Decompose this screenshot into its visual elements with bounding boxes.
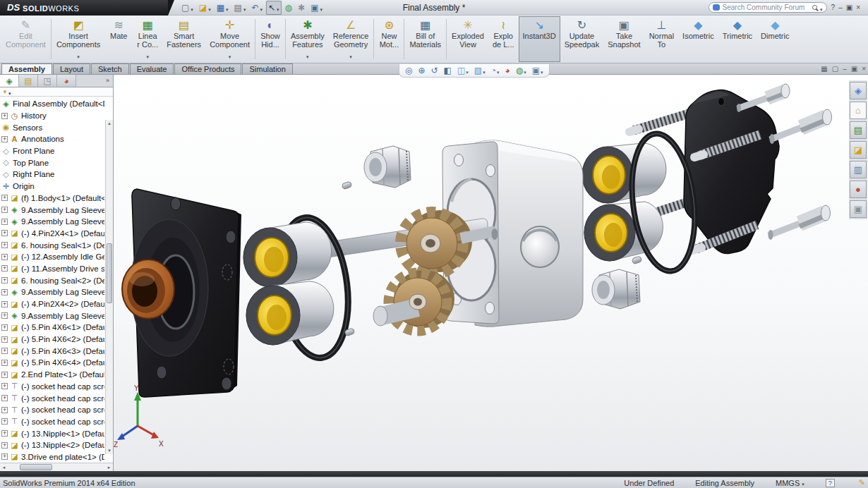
doc-close-button[interactable]: × [862, 65, 866, 73]
dropdown-caret[interactable] [207, 1, 211, 14]
tree-item[interactable]: ◪ (-) 5.Pin 4X6<3> (Defaul [1, 345, 104, 357]
ribbon-button[interactable]: ⊥ Normal To [645, 16, 678, 62]
hex-nipple-right[interactable] [592, 269, 640, 309]
ribbon-button[interactable]: ✎ Edit Component [1, 16, 50, 62]
displaymanager-tab[interactable]: ◕ [57, 75, 76, 87]
expand-toggle[interactable] [1, 219, 8, 225]
expand-toggle[interactable] [1, 395, 8, 401]
expand-toggle[interactable] [1, 301, 8, 307]
expand-toggle[interactable] [1, 372, 8, 378]
ribbon-button[interactable]: ↻ Update Speedpak [560, 16, 604, 62]
select-button[interactable]: ↖ [266, 1, 282, 15]
dropdown-caret[interactable] [541, 64, 543, 77]
view-palette-tab[interactable]: ▥ [850, 161, 867, 178]
expand-toggle[interactable] [1, 453, 8, 460]
tree-item[interactable]: A Annotations [1, 133, 104, 145]
dropdown-caret[interactable] [275, 1, 279, 14]
expand-toggle[interactable] [1, 324, 8, 331]
tree-horizontal-scrollbar[interactable]: ◂ ▸ [0, 463, 113, 471]
tree-item[interactable]: ✛ Origin [1, 181, 104, 193]
front-cover-plate[interactable] [122, 189, 241, 397]
dropdown-caret[interactable] [224, 1, 229, 14]
panels-button[interactable]: ▣ [308, 1, 325, 15]
dropdown-caret[interactable] [146, 49, 149, 54]
view-settings-button[interactable]: ▣ [532, 64, 543, 77]
expand-toggle[interactable] [1, 336, 8, 343]
dropdown-caret[interactable] [77, 49, 80, 54]
expand-toggle[interactable] [1, 113, 8, 119]
tag-pencil-icon[interactable]: ✎ [856, 478, 865, 487]
hex-plug-fitting[interactable] [364, 146, 411, 188]
custom-properties-tab[interactable]: ▣ [850, 200, 867, 218]
tree-item[interactable]: ◪ (-) 12.Assembly Idle Gea [1, 251, 104, 263]
options-button[interactable]: ✱ [296, 3, 307, 13]
propertymanager-tab[interactable]: ▤ [19, 75, 38, 87]
tree-item[interactable]: ◪ (-) 4.Pin2X4<2> (Default [1, 298, 104, 310]
tree-item[interactable]: ◪ (-) 13.Nipple<2> (Defaul [1, 439, 104, 451]
configurationmanager-tab[interactable]: ◳ [38, 75, 57, 87]
expand-toggle[interactable] [1, 277, 8, 283]
expand-toggle[interactable] [1, 230, 8, 236]
expand-toggle[interactable] [1, 442, 8, 449]
ribbon-button[interactable]: ≀ Explo de L... [488, 16, 519, 62]
scroll-left-arrow[interactable]: ◂ [0, 463, 8, 471]
dropdown-caret[interactable] [242, 1, 246, 14]
commandmanager-tab[interactable]: Evaluate [130, 63, 174, 74]
scrollbar-thumb[interactable] [107, 243, 112, 303]
ribbon-button[interactable]: ◆ Trimetric [718, 16, 757, 62]
dropdown-caret[interactable] [189, 1, 193, 14]
apply-scene-button[interactable]: ◍ [516, 64, 526, 77]
tree-item[interactable]: ◪ (f) 1.Body<1> (Default< [1, 193, 104, 205]
zoom-to-fit-button[interactable]: ◎ [405, 66, 412, 75]
dropdown-caret[interactable] [483, 64, 486, 77]
idle-gear[interactable] [373, 270, 454, 331]
section-view-button[interactable]: ◧ [444, 66, 452, 75]
drive-end-plate[interactable] [684, 90, 779, 254]
commandmanager-tab[interactable]: Assembly [1, 63, 52, 74]
ribbon-button[interactable]: ∠ Reference Geometry [329, 16, 373, 62]
new-document-button[interactable]: ▢ [179, 1, 195, 15]
commandmanager-tab[interactable]: Layout [53, 63, 90, 74]
quick-tips-icon[interactable]: ? [826, 479, 835, 487]
dropdown-caret[interactable] [497, 64, 500, 77]
ribbon-button[interactable]: ✛ Move Component [205, 16, 254, 62]
tree-filter-row[interactable]: ▼ [0, 87, 113, 97]
tree-item[interactable]: ◪ (-) 5.Pin 4X6<4> (Defaul [1, 357, 104, 369]
ribbon-button[interactable]: ✳ Exploded View [447, 16, 488, 62]
new-window-button[interactable]: ▢ [832, 65, 838, 73]
ribbon-button[interactable]: ⊛ New Mot... [375, 16, 403, 62]
ribbon-button[interactable]: ▦ Linea r Co... [133, 16, 162, 62]
print-button[interactable]: ▤ [232, 1, 248, 15]
commandmanager-tab[interactable]: Office Products [174, 63, 241, 74]
ribbon-button[interactable]: ▤ Smart Fasteners [162, 16, 205, 62]
expand-toggle[interactable] [1, 289, 8, 295]
tree-item[interactable]: ⊤ (-) socket head cap screw [1, 381, 104, 393]
exploded-assembly-model[interactable]: Y Z X [114, 75, 868, 471]
search-input[interactable]: Search Community Forum [709, 2, 827, 13]
home-tab[interactable]: ⌂ [850, 102, 867, 119]
search-icon[interactable] [812, 5, 817, 10]
display-style-button[interactable]: ▧ [474, 64, 486, 77]
tree-item[interactable]: ◇ Front Plane [1, 145, 104, 157]
scrollbar-thumb[interactable] [20, 464, 52, 470]
lag-sleeve-pair-left[interactable] [243, 222, 334, 345]
expand-toggle[interactable] [1, 136, 8, 142]
ribbon-button[interactable]: ◆ Dimetric [757, 16, 793, 62]
ribbon-button[interactable]: ≋ Mate [104, 16, 133, 62]
ribbon-button[interactable]: ✱ Assembly Features [287, 16, 329, 62]
tree-item[interactable]: ◈ 9.Assembly Lag Sleeve< [1, 204, 104, 216]
units-caret[interactable] [802, 479, 804, 487]
ribbon-button[interactable]: ↘ Instant3D [519, 16, 560, 62]
tree-item[interactable]: ◉ Sensors [1, 121, 104, 133]
tree-item[interactable]: ⊤ (-) socket head cap screw [1, 404, 104, 416]
minimize-button[interactable]: – [838, 4, 843, 11]
expand-toggle[interactable] [1, 430, 8, 437]
rebuild-button[interactable]: ◍ [283, 3, 294, 13]
commandmanager-tab[interactable]: Sketch [91, 63, 129, 74]
dropdown-caret[interactable] [318, 1, 323, 14]
scroll-right-arrow[interactable]: ▸ [105, 463, 113, 471]
edit-appearance-button[interactable]: ◕ [505, 66, 510, 75]
dropdown-caret[interactable] [306, 49, 309, 54]
help-button[interactable]: ? [831, 4, 836, 11]
dropdown-caret[interactable] [349, 49, 352, 54]
